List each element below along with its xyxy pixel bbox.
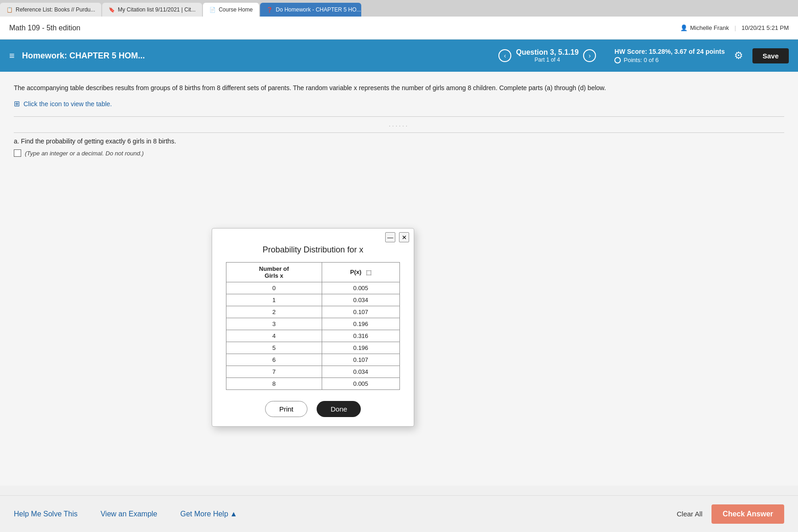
more-help-label: Get More Help bbox=[180, 510, 228, 518]
header-bar: ≡ Homework: CHAPTER 5 HOM... ‹ Question … bbox=[0, 40, 798, 72]
px-cell: 0.196 bbox=[322, 318, 399, 330]
table-row: 80.005 bbox=[226, 378, 400, 390]
probability-modal: — ✕ Probability Distribution for x Numbe… bbox=[212, 228, 414, 427]
username: Michelle Frank bbox=[690, 24, 729, 31]
question-part: Part 1 of 4 bbox=[516, 57, 578, 63]
browser-tabs: 📋 Reference List: Books // Purdu... 🔖 My… bbox=[0, 0, 798, 17]
table-row: 40.316 bbox=[226, 330, 400, 342]
probability-table: Number ofGirls x P(x) ⬚ 00.00510.03420.1… bbox=[226, 262, 400, 390]
table-row: 70.034 bbox=[226, 366, 400, 378]
top-bar-right: 👤 Michelle Frank | 10/20/21 5:21 PM bbox=[680, 24, 789, 31]
px-cell: 0.107 bbox=[322, 354, 399, 366]
girls-x-cell: 8 bbox=[226, 378, 322, 390]
points-text: Points: 0 of 6 bbox=[624, 57, 659, 63]
grid-icon: ⊞ bbox=[14, 99, 20, 108]
col-girls-header: Number ofGirls x bbox=[226, 263, 322, 282]
help-me-solve-button[interactable]: Help Me Solve This bbox=[14, 510, 77, 518]
table-row: 00.005 bbox=[226, 282, 400, 294]
divider: | bbox=[734, 24, 736, 31]
girls-x-cell: 5 bbox=[226, 342, 322, 354]
prev-question-button[interactable]: ‹ bbox=[498, 49, 511, 62]
homework-title: Homework: CHAPTER 5 HOM... bbox=[22, 51, 499, 61]
answer-row: (Type an integer or a decimal. Do not ro… bbox=[14, 149, 784, 157]
table-row: 30.196 bbox=[226, 318, 400, 330]
part-a-label: a. Find the probability of getting exact… bbox=[14, 137, 784, 145]
separator2 bbox=[14, 132, 784, 133]
modal-table-wrap: Number ofGirls x P(x) ⬚ 00.00510.03420.1… bbox=[212, 262, 414, 390]
px-cell: 0.034 bbox=[322, 294, 399, 306]
px-cell: 0.005 bbox=[322, 378, 399, 390]
px-cell: 0.005 bbox=[322, 282, 399, 294]
table-link-label: Click the icon to view the table. bbox=[23, 100, 112, 108]
tab-citation-label: My Citation list 9/11/2021 | Cit... bbox=[118, 6, 196, 13]
px-cell: 0.316 bbox=[322, 330, 399, 342]
bottom-bar: Help Me Solve This View an Example Get M… bbox=[0, 495, 798, 532]
problem-text: The accompanying table describes results… bbox=[14, 83, 784, 93]
more-help-arrow-icon: ▲ bbox=[230, 510, 237, 518]
top-bar: Math 109 - 5th edition 👤 Michelle Frank … bbox=[0, 17, 798, 40]
course-title: Math 109 - 5th edition bbox=[9, 24, 81, 32]
menu-icon[interactable]: ≡ bbox=[9, 51, 15, 61]
answer-hint: (Type an integer or a decimal. Do not ro… bbox=[25, 150, 144, 157]
tab-reference-label: Reference List: Books // Purdu... bbox=[16, 6, 95, 13]
save-button[interactable]: Save bbox=[752, 48, 789, 63]
hw-score: HW Score: 15.28%, 3.67 of 24 points Poin… bbox=[614, 48, 725, 63]
tab-citation[interactable]: 🔖 My Citation list 9/11/2021 | Cit... bbox=[102, 3, 202, 17]
more-help-button[interactable]: Get More Help ▲ bbox=[180, 510, 237, 518]
girls-x-cell: 7 bbox=[226, 366, 322, 378]
tab-course-label: Course Home bbox=[219, 6, 253, 13]
modal-minimize-button[interactable]: — bbox=[385, 232, 395, 242]
homework-icon: ❓ bbox=[266, 7, 273, 13]
girls-x-cell: 3 bbox=[226, 318, 322, 330]
dots-divider: ...... bbox=[14, 121, 784, 128]
tab-homework[interactable]: ❓ Do Homework - CHAPTER 5 HO... bbox=[260, 3, 361, 17]
question-nav: ‹ Question 3, 5.1.19 Part 1 of 4 › bbox=[498, 48, 596, 63]
next-question-button[interactable]: › bbox=[583, 49, 596, 62]
col-px-header: P(x) ⬚ bbox=[322, 263, 399, 282]
gear-icon[interactable]: ⚙ bbox=[734, 50, 743, 62]
check-answer-button[interactable]: Check Answer bbox=[711, 504, 784, 524]
question-number: Question 3, 5.1.19 bbox=[516, 48, 578, 57]
girls-x-cell: 0 bbox=[226, 282, 322, 294]
modal-close-button[interactable]: ✕ bbox=[399, 232, 409, 242]
girls-x-cell: 1 bbox=[226, 294, 322, 306]
reference-icon: 📋 bbox=[6, 7, 13, 13]
done-button[interactable]: Done bbox=[317, 401, 361, 417]
score-text: HW Score: 15.28%, 3.67 of 24 points bbox=[614, 48, 725, 55]
table-row: 50.196 bbox=[226, 342, 400, 354]
citation-icon: 🔖 bbox=[109, 7, 115, 13]
table-row: 10.034 bbox=[226, 294, 400, 306]
points-circle-icon bbox=[614, 57, 621, 63]
px-cell: 0.196 bbox=[322, 342, 399, 354]
copy-icon[interactable]: ⬚ bbox=[366, 269, 371, 276]
clear-all-button[interactable]: Clear All bbox=[677, 510, 702, 518]
tab-reference[interactable]: 📋 Reference List: Books // Purdu... bbox=[0, 3, 101, 17]
girls-x-cell: 2 bbox=[226, 306, 322, 318]
points-info: Points: 0 of 6 bbox=[614, 57, 725, 63]
tab-course[interactable]: 📄 Course Home bbox=[203, 3, 259, 17]
question-info: Question 3, 5.1.19 Part 1 of 4 bbox=[516, 48, 578, 63]
modal-title: Probability Distribution for x bbox=[212, 242, 414, 262]
user-icon: 👤 bbox=[680, 24, 688, 31]
girls-x-cell: 6 bbox=[226, 354, 322, 366]
datetime: 10/20/21 5:21 PM bbox=[741, 24, 789, 31]
print-button[interactable]: Print bbox=[265, 401, 308, 417]
girls-x-cell: 4 bbox=[226, 330, 322, 342]
px-cell: 0.107 bbox=[322, 306, 399, 318]
modal-title-bar: — ✕ bbox=[212, 229, 414, 242]
answer-checkbox[interactable] bbox=[14, 149, 21, 157]
course-icon: 📄 bbox=[209, 7, 216, 13]
main-content: The accompanying table describes results… bbox=[0, 72, 798, 486]
user-info: 👤 Michelle Frank bbox=[680, 24, 729, 31]
table-row: 60.107 bbox=[226, 354, 400, 366]
table-link[interactable]: ⊞ Click the icon to view the table. bbox=[14, 99, 784, 108]
px-cell: 0.034 bbox=[322, 366, 399, 378]
view-example-button[interactable]: View an Example bbox=[100, 510, 157, 518]
separator bbox=[14, 116, 784, 117]
tab-homework-label: Do Homework - CHAPTER 5 HO... bbox=[276, 6, 361, 13]
modal-buttons: Print Done bbox=[212, 401, 414, 417]
table-row: 20.107 bbox=[226, 306, 400, 318]
